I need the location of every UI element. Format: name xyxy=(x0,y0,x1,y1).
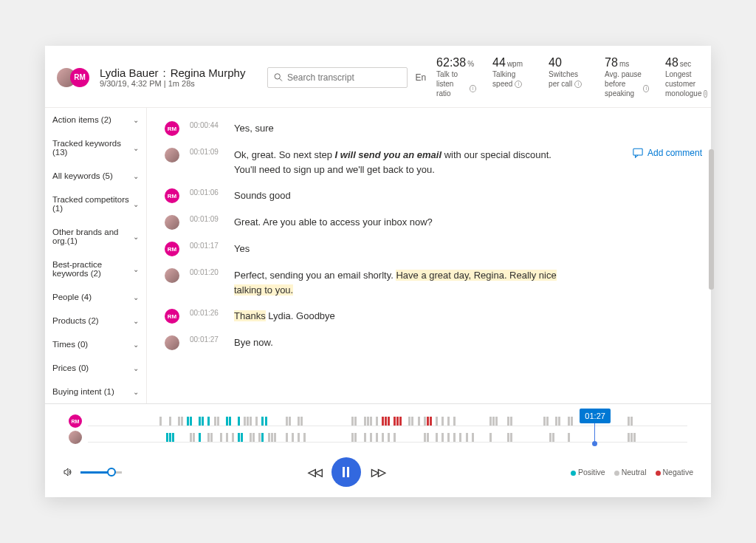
sentiment-tick xyxy=(453,417,456,426)
sentiment-tick xyxy=(220,433,222,442)
timestamp: 00:01:20 xyxy=(190,268,224,276)
sidebar-item-label: Tracked keywords (13) xyxy=(52,139,133,157)
sentiment-tick xyxy=(190,417,192,426)
transcript-line[interactable]: 00:01:20Perfect, sending you an email sh… xyxy=(165,268,693,297)
add-comment-button[interactable]: Add comment xyxy=(633,148,702,158)
sidebar-item-2[interactable]: All keywords (5)⌄ xyxy=(45,164,146,188)
transcript-line[interactable]: 00:01:09Ok, great. So next step I will s… xyxy=(165,148,693,177)
transcript-line[interactable]: RM00:01:26Thanks Lydia. Goodbye xyxy=(165,309,693,324)
speaker-avatar xyxy=(165,268,179,283)
sentiment-tick xyxy=(298,417,300,426)
sentiment-tick xyxy=(252,433,255,442)
sidebar-item-1[interactable]: Tracked keywords (13)⌄ xyxy=(45,132,146,164)
sentiment-tick xyxy=(364,433,366,442)
sentiment-tick xyxy=(382,417,384,426)
sentiment-tick xyxy=(510,417,512,426)
stat-3: 78msAvg. pausebefore speakingi xyxy=(605,56,649,98)
sentiment-tick xyxy=(199,433,201,442)
chevron-down-icon: ⌄ xyxy=(133,144,139,152)
sentiment-tick xyxy=(427,417,429,426)
transcript-line[interactable]: RM00:00:44Yes, sure xyxy=(165,121,693,136)
volume-knob[interactable] xyxy=(107,468,116,477)
track-agent-ticks[interactable]: 01:27 xyxy=(88,432,687,443)
transcript-line[interactable]: 00:01:27Bye now. xyxy=(165,335,693,350)
sentiment-tick xyxy=(418,417,420,426)
sentiment-tick xyxy=(447,417,450,426)
skip-back-button[interactable]: ◁◁ xyxy=(308,466,321,478)
search-input-wrap[interactable] xyxy=(267,67,408,88)
transcript-line[interactable]: 00:01:09Great. Are you able to access yo… xyxy=(165,215,693,230)
sentiment-tick xyxy=(630,433,633,442)
sidebar-item-label: Times (0) xyxy=(52,340,88,349)
sentiment-tick xyxy=(367,417,369,426)
sidebar-item-7[interactable]: Products (2)⌄ xyxy=(45,309,146,332)
info-icon[interactable]: i xyxy=(470,85,476,92)
sentiment-tick xyxy=(376,433,378,442)
timestamp: 00:01:09 xyxy=(190,215,224,223)
sentiment-tick xyxy=(507,417,509,426)
chevron-down-icon: ⌄ xyxy=(133,233,139,241)
sidebar-item-0[interactable]: Action items (2)⌄ xyxy=(45,108,146,132)
utterance-text: Bye now. xyxy=(234,335,273,350)
sentiment-tick xyxy=(261,433,264,442)
sentiment-tick xyxy=(568,417,570,426)
sidebar-item-8[interactable]: Times (0)⌄ xyxy=(45,332,146,356)
volume-slider[interactable] xyxy=(80,471,122,474)
sentiment-tick xyxy=(489,417,492,426)
sentiment-tick xyxy=(628,433,630,442)
language-selector[interactable]: En xyxy=(415,72,426,83)
play-pause-button[interactable] xyxy=(331,457,361,487)
search-input[interactable] xyxy=(287,72,401,83)
sentiment-tick xyxy=(364,417,366,426)
sentiment-tick xyxy=(436,433,438,442)
info-icon[interactable]: i xyxy=(704,90,707,98)
sentiment-tick xyxy=(441,417,444,426)
participant-avatars: RM xyxy=(57,68,89,87)
sentiment-tick xyxy=(543,417,546,426)
transcript-line[interactable]: RM00:01:06Sounds good xyxy=(165,188,693,203)
sentiment-tick xyxy=(555,417,557,426)
volume-icon xyxy=(63,466,75,478)
sentiment-tick xyxy=(441,433,444,442)
sentiment-tick xyxy=(408,417,410,426)
sentiment-tick xyxy=(354,433,357,442)
sidebar-item-9[interactable]: Prices (0)⌄ xyxy=(45,356,146,380)
volume-control[interactable] xyxy=(63,466,122,478)
header: RM Lydia Bauer : Regina Murphy 9/30/19, … xyxy=(45,46,711,108)
speaker-avatar: RM xyxy=(165,242,179,256)
sentiment-tick xyxy=(232,433,234,442)
sentiment-tick xyxy=(370,433,372,442)
sentiment-tick xyxy=(238,433,240,442)
sidebar-item-label: Other brands and org.(1) xyxy=(52,228,133,245)
volume-fill xyxy=(80,471,110,474)
sentiment-tick xyxy=(169,433,171,442)
transcript-line[interactable]: RM00:01:17Yes xyxy=(165,242,693,256)
playhead[interactable]: 01:27 xyxy=(594,411,595,443)
sidebar-item-label: Products (2) xyxy=(52,316,99,325)
sidebar-item-4[interactable]: Other brands and org.(1)⌄ xyxy=(45,220,146,253)
skip-forward-button[interactable]: ▷▷ xyxy=(371,466,385,478)
timestamp: 00:01:09 xyxy=(190,148,224,156)
sentiment-tick xyxy=(300,417,303,426)
chevron-down-icon: ⌄ xyxy=(133,265,139,273)
call-title: Lydia Bauer : Regina Murphy xyxy=(100,66,245,79)
sentiment-tick xyxy=(265,417,267,426)
sidebar-item-10[interactable]: Buying intent (1)⌄ xyxy=(45,380,146,403)
sentiment-tick xyxy=(351,433,354,442)
chevron-down-icon: ⌄ xyxy=(133,116,139,124)
chevron-down-icon: ⌄ xyxy=(133,364,139,372)
sidebar-item-6[interactable]: People (4)⌄ xyxy=(45,285,146,309)
info-icon[interactable]: i xyxy=(515,81,522,88)
sentiment-tracks[interactable]: RM 01:27 xyxy=(63,413,693,445)
chevron-down-icon: ⌄ xyxy=(133,293,139,301)
sidebar-item-5[interactable]: Best-practice keywords (2)⌄ xyxy=(45,253,146,285)
speaker-avatar xyxy=(165,148,179,163)
sidebar-item-3[interactable]: Tracked competitors (1)⌄ xyxy=(45,188,146,220)
sentiment-tick xyxy=(492,417,495,426)
sidebar-item-label: Buying intent (1) xyxy=(52,387,114,396)
info-icon[interactable]: i xyxy=(574,81,582,88)
info-icon[interactable]: i xyxy=(643,85,649,92)
agent-name: Lydia Bauer xyxy=(100,66,159,79)
sentiment-tick xyxy=(466,433,468,442)
customer-avatar: RM xyxy=(70,68,89,87)
